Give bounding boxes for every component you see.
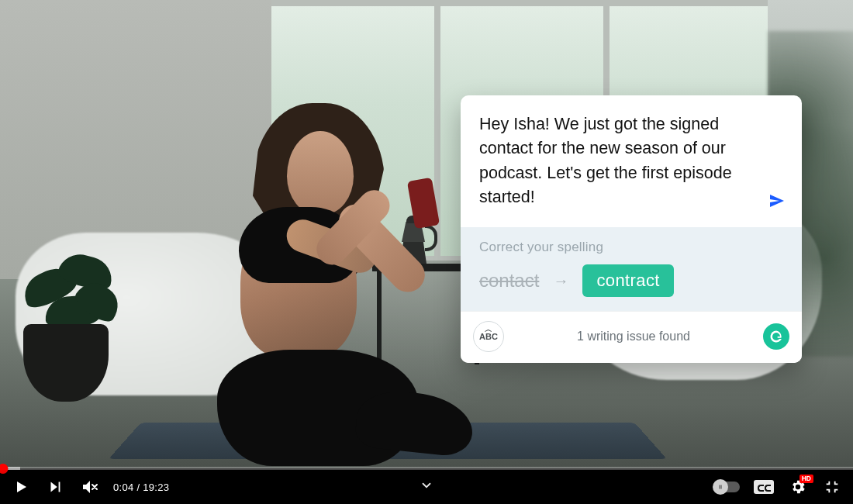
wrong-word: contact xyxy=(479,270,539,292)
exit-fullscreen-button[interactable] xyxy=(822,477,842,497)
volume-muted-icon xyxy=(80,478,98,496)
arrow-right-icon: → xyxy=(553,273,568,288)
chevron-down-icon xyxy=(420,478,433,492)
apply-correction-button[interactable]: contract xyxy=(582,264,673,297)
player-controls: 0:04 / 19:23 HD xyxy=(0,470,853,504)
captions-button[interactable] xyxy=(754,480,774,494)
video-player: Hey Isha! We just got the signed contact… xyxy=(0,0,853,504)
compose-box[interactable]: Hey Isha! We just got the signed contact… xyxy=(461,95,802,227)
suggestion-panel: Correct your spelling contact → contract xyxy=(461,227,802,311)
issues-found-text: 1 writing issue found xyxy=(577,330,690,343)
send-icon xyxy=(768,192,786,210)
grammarly-logo-button[interactable] xyxy=(763,323,789,350)
pause-icon xyxy=(717,483,724,491)
send-button[interactable] xyxy=(766,190,788,212)
next-icon xyxy=(47,478,64,495)
suggestion-title: Correct your spelling xyxy=(479,240,783,255)
overlay-status-bar: ︿ ABC 1 writing issue found xyxy=(461,311,802,363)
play-icon xyxy=(12,478,30,496)
exit-fullscreen-icon xyxy=(824,478,841,495)
quality-badge: HD xyxy=(799,475,813,483)
video-frame[interactable]: Hey Isha! We just got the signed contact… xyxy=(0,0,853,468)
play-button[interactable] xyxy=(11,477,31,497)
grammarly-overlay-card: Hey Isha! We just got the signed contact… xyxy=(461,95,802,363)
next-button[interactable] xyxy=(45,477,65,497)
grammarly-icon xyxy=(768,329,784,344)
autoplay-toggle[interactable] xyxy=(713,482,740,492)
compose-text: Hey Isha! We just got the signed contact… xyxy=(479,115,732,206)
chevron-up-icon: ︿ xyxy=(485,324,492,335)
settings-button[interactable]: HD xyxy=(788,477,808,497)
abc-toggle-button[interactable]: ︿ ABC xyxy=(473,321,504,352)
mute-button[interactable] xyxy=(79,477,99,497)
time-display: 0:04 / 19:23 xyxy=(113,482,169,493)
chapters-toggle[interactable] xyxy=(420,478,433,495)
